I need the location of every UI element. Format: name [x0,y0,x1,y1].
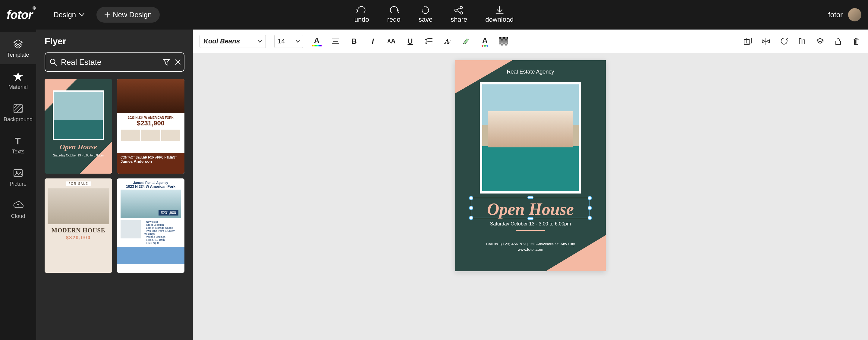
flyer-artboard[interactable]: Real Estate Agency Open House Saturday O… [455,60,606,271]
share-icon [454,6,464,14]
font-family-select[interactable]: Kool Beans [199,35,266,48]
template-title: MODERN HOUSE [44,227,112,234]
undo-icon [356,6,367,14]
download-button[interactable]: download [485,6,514,24]
download-icon [494,6,505,14]
align-button[interactable] [330,36,341,47]
canvas[interactable]: Real Estate Agency Open House Saturday O… [193,53,868,340]
save-button[interactable]: save [418,6,433,24]
redo-icon [389,6,399,14]
star-icon [13,71,24,82]
rail-item-template[interactable]: Template [0,32,36,64]
svg-rect-11 [836,41,841,44]
svg-rect-8 [463,44,470,45]
svg-point-6 [16,171,18,173]
italic-button[interactable]: I [368,36,378,47]
template-seller: James Anderson [121,159,181,164]
rail-item-texts[interactable]: T Texts [0,129,36,161]
rail-item-cloud[interactable]: Cloud [0,193,36,225]
svg-text:T: T [15,136,21,146]
template-price: $231,900 [121,119,180,127]
user-label[interactable]: fotor [828,10,843,19]
redo-button[interactable]: redo [387,6,401,24]
undo-button[interactable]: undo [354,6,369,24]
search-icon [50,58,57,66]
image-icon [13,167,24,179]
template-price: $231,900 [158,210,179,216]
refresh-icon [420,6,431,14]
design-menu[interactable]: Design [53,10,84,19]
rail-item-background[interactable]: Background [0,96,36,129]
template-subline: Saturday October 13 - 3:00 to 6:00pm [44,154,112,157]
svg-point-2 [460,12,463,14]
layers-button[interactable] [815,36,825,47]
highlight-button[interactable] [461,36,471,47]
chevron-down-icon [258,40,262,43]
svg-rect-10 [746,38,751,43]
template-address: 1023 N 234 W American Fork [117,184,184,189]
multicolor-button[interactable]: A [480,36,490,47]
line-height-button[interactable] [424,36,434,47]
align-objects-button[interactable] [797,36,807,47]
new-design-button[interactable]: New Design [96,7,159,23]
svg-point-0 [455,9,457,11]
layers-icon [13,38,24,50]
avatar[interactable] [848,8,861,22]
flip-button[interactable] [761,36,771,47]
flyer-photo[interactable] [480,82,581,193]
flyer-subtitle[interactable]: Saturday October 13 - 3:00 to 6:00pm [455,221,606,227]
template-card[interactable]: 1023 N 234 W AMERICAN FORK $231,900 CONT… [117,79,184,174]
template-address: 1023 N 234 W AMERICAN FORK [121,116,180,119]
template-headline: Open House [44,143,112,150]
hatch-icon [13,103,24,114]
delete-button[interactable] [851,36,861,47]
opacity-button[interactable] [498,36,509,47]
font-size-select[interactable]: 14 [274,35,303,48]
duplicate-button[interactable] [743,36,753,47]
template-cta: CONTACT SELLER FOR APPOINTMENT [121,156,181,159]
template-search[interactable] [44,53,184,72]
svg-rect-9 [744,39,749,44]
template-agency: James' Rental Agency [117,181,184,184]
text-icon: T [13,135,24,146]
bold-button[interactable]: B [349,36,359,47]
cloud-upload-icon [13,200,24,211]
clear-icon[interactable] [174,58,182,66]
plus-icon [104,12,110,18]
underline-button[interactable]: U [405,36,415,47]
text-effects-button[interactable]: AI [442,36,453,47]
flyer-website[interactable]: www.fotor.com [455,247,606,252]
share-button[interactable]: share [451,6,467,24]
app-logo[interactable]: fotor® [7,8,35,22]
search-input[interactable] [61,58,159,67]
template-card[interactable]: FOR SALE MODERN HOUSE $320,000 [44,179,112,273]
rail-item-material[interactable]: Material [0,64,36,96]
filter-icon[interactable] [162,58,170,66]
chevron-down-icon [296,40,300,43]
svg-point-1 [460,6,463,9]
flyer-agency[interactable]: Real Estate Agency [455,69,606,75]
template-card[interactable]: James' Rental Agency 1023 N 234 W Americ… [117,179,184,273]
text-color-button[interactable]: A [312,36,322,47]
template-features: New RoofGreat LocationLots of Storage Sp… [144,220,181,244]
rail-item-picture[interactable]: Picture [0,161,36,193]
rotate-button[interactable] [779,36,789,47]
template-price: $320,000 [44,235,112,241]
smallcaps-button[interactable]: AA [386,36,397,47]
template-badge: FOR SALE [66,181,90,186]
flyer-title[interactable]: Open House [487,201,574,218]
template-card[interactable]: Open House Saturday October 13 - 3:00 to… [44,79,112,174]
chevron-down-icon [79,13,84,17]
panel-title: Flyer [44,36,184,47]
lock-button[interactable] [833,36,843,47]
flyer-contact[interactable]: Call us +(123) 456 789 | 123 Anywhere St… [455,242,606,246]
